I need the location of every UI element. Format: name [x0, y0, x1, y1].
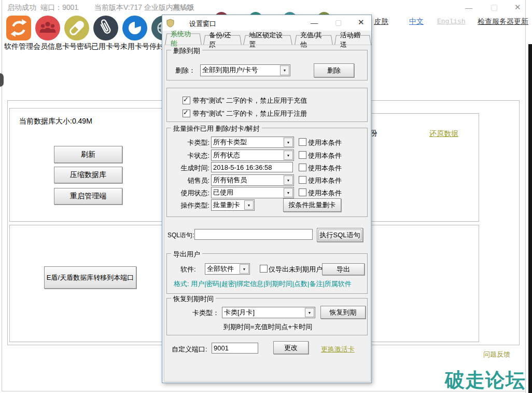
toolbar-item-used-cards[interactable]: 已用卡号	[91, 16, 120, 51]
dialog-minimize-icon[interactable]: —	[311, 19, 318, 26]
paperclip-icon	[93, 16, 118, 40]
test-card-rules-group: 带有“测试” 二字的卡，禁止应用于充值 带有“测试” 二字的卡，禁止应用于注册	[166, 88, 368, 122]
use-condition-checkbox[interactable]	[299, 176, 306, 184]
forbid-recharge-checkbox[interactable]	[183, 97, 190, 104]
execute-sql-button[interactable]: 执行SQL语句	[317, 228, 363, 242]
toolbar-item-members[interactable]: 会员信息	[33, 16, 62, 51]
dialog-maximize-icon[interactable]: ▢	[335, 19, 342, 26]
dialog-close-icon[interactable]: ✕	[358, 18, 365, 26]
only-unexpired-label: 仅导出未到期用户	[269, 265, 323, 274]
sql-input[interactable]	[194, 229, 313, 240]
operation-type-select[interactable]: 批量删卡	[211, 199, 255, 211]
settings-dialog: 设置窗口 — ▢ ✕ 系统功能 备份/还原 地区锁定设置 充值/其他 活动赠送 …	[162, 15, 372, 383]
tab-system-functions[interactable]: 系统功能	[165, 32, 202, 45]
swap-activation-card-link[interactable]: 更换激活卡	[321, 345, 355, 354]
usage-status-label: 使用状态:	[172, 188, 209, 198]
maximize-icon[interactable]: ▢	[491, 3, 498, 11]
toolbar-item-software[interactable]: 软件管理	[4, 16, 33, 51]
custom-port-label: 自定义端口:	[172, 345, 207, 354]
card-status-label: 卡状态:	[172, 151, 209, 160]
forbid-register-checkbox[interactable]	[183, 110, 190, 117]
software-label: 软件:	[180, 265, 196, 274]
edition-info: 离线版	[173, 3, 194, 12]
custom-port-input[interactable]	[212, 343, 258, 354]
startup-status: 启动成功	[7, 3, 36, 12]
toolbar-label: 未用卡号	[120, 42, 149, 51]
feedback-link[interactable]: 问题反馈	[483, 350, 510, 359]
use-condition-label: 使用本条件	[308, 176, 342, 185]
dialog-titlebar: 设置窗口 — ▢ ✕	[162, 15, 371, 31]
delete-target-select[interactable]: 全部到期用户/卡号	[200, 64, 290, 76]
use-condition-label: 使用本条件	[308, 138, 342, 147]
refresh-button[interactable]: 刷新	[54, 146, 122, 163]
restore-card-type-select[interactable]: 卡类[月卡]	[222, 307, 315, 318]
use-condition-label: 使用本条件	[308, 164, 342, 173]
window-right-border	[525, 0, 526, 393]
tab-activity-gift[interactable]: 活动赠送	[334, 34, 371, 45]
chinese-link[interactable]: 中文	[409, 17, 424, 26]
dropdown-arrow-icon	[280, 65, 289, 75]
batch-operations-group: 批量操作已用 删除/封卡/解封 卡类型: 所有卡类型 使用本条件 卡状态: 所有…	[166, 128, 368, 217]
use-condition-checkbox[interactable]	[299, 151, 306, 159]
compress-db-button[interactable]: 压缩数据库	[54, 167, 122, 183]
tab-recharge-other[interactable]: 充值/其他	[295, 34, 333, 45]
dropdown-arrow-icon	[284, 188, 293, 197]
app-root: 启动成功 端口：9001 当前版本V:717 企业版内核V49 离线版 — ▢ …	[0, 0, 532, 393]
tab-region-lock[interactable]: 地区锁定设置	[243, 34, 292, 45]
use-condition-label: 使用本条件	[308, 188, 342, 198]
clock-pie-icon	[122, 16, 147, 40]
card-type-select[interactable]: 所有卡类型	[211, 137, 294, 148]
software-select[interactable]: 全部软件	[205, 263, 250, 275]
use-condition-label: 使用本条件	[308, 151, 342, 160]
close-icon[interactable]: ✕	[514, 3, 521, 11]
dialog-title: 设置窗口	[189, 19, 216, 29]
restore-card-type-label: 卡类型：	[192, 308, 219, 318]
generate-time-input[interactable]	[211, 162, 293, 172]
check-update-link[interactable]: 检查服务器更新	[478, 17, 528, 26]
salesman-label: 销售员:	[172, 176, 209, 185]
only-unexpired-checkbox[interactable]	[260, 265, 268, 273]
change-port-button[interactable]: 更改	[273, 341, 309, 354]
window-left-border	[2, 0, 2, 391]
toolbar-item-unused-cards[interactable]: 未用卡号	[120, 16, 149, 51]
card-status-select[interactable]: 所有状态	[211, 150, 294, 161]
operation-type-label: 操作类型:	[172, 201, 209, 210]
background-dark-strip	[528, 44, 532, 393]
side-notch-handle[interactable]	[0, 73, 4, 87]
transfer-db-button[interactable]: E盾/天盾数据库转移到本端口	[44, 266, 136, 289]
minimize-icon[interactable]: —	[465, 4, 472, 11]
expiry-formula-note: 到期时间=充值时间点+卡时间	[223, 322, 312, 332]
toolbar-label: 会员信息	[33, 42, 62, 51]
forbid-recharge-label: 带有“测试” 二字的卡，禁止应用于充值	[193, 96, 307, 105]
toolbar-item-card-password[interactable]: 卡号密码	[62, 16, 91, 51]
toolbar-label: 已用卡号	[91, 42, 120, 51]
skin-link[interactable]: 皮肤	[374, 17, 388, 26]
tab-backup-restore[interactable]: 备份/还原	[203, 34, 242, 45]
group-title: 恢复到期时间	[171, 294, 216, 304]
delete-expired-group: 删除到期 删除： 全部到期用户/卡号 删除	[166, 50, 368, 80]
export-button[interactable]: 导出	[322, 263, 365, 275]
usage-status-select[interactable]: 已使用	[211, 187, 294, 198]
restart-admin-button[interactable]: 重启管理端	[54, 188, 122, 205]
members-icon	[35, 16, 60, 40]
forbid-register-label: 带有“测试” 二字的卡，禁止应用于注册	[193, 109, 307, 118]
restore-data-link[interactable]: 还原数据	[429, 129, 458, 139]
delete-button[interactable]: 删除	[314, 63, 354, 77]
salesman-select[interactable]: 所有销售员	[211, 174, 294, 186]
dropdown-arrow-icon	[240, 264, 249, 274]
group-title: 删除到期	[171, 46, 202, 56]
english-link[interactable]: English	[437, 18, 466, 25]
toolbar-label: 卡号密码	[62, 42, 91, 51]
toolbar-label: 软件管理	[4, 42, 33, 51]
group-title: 导出用户	[171, 250, 202, 259]
use-condition-checkbox[interactable]	[299, 138, 306, 146]
refresh-icon	[6, 16, 31, 40]
dropdown-arrow-icon	[284, 175, 293, 185]
batch-delete-button[interactable]: 按条件批量删卡	[283, 198, 341, 212]
use-condition-checkbox[interactable]	[299, 164, 306, 171]
export-format-text: 格式: 用户|密码|超密|绑定信息|到期时间|点数|备注|所属软件	[174, 279, 352, 289]
use-condition-checkbox[interactable]	[299, 188, 306, 196]
export-users-group: 导出用户 软件: 全部软件 仅导出未到期用户 导出 格式: 用户|密码|超密|绑…	[166, 253, 368, 294]
delete-label: 删除：	[175, 66, 195, 75]
restore-expiry-button[interactable]: 恢复到期	[320, 306, 366, 319]
